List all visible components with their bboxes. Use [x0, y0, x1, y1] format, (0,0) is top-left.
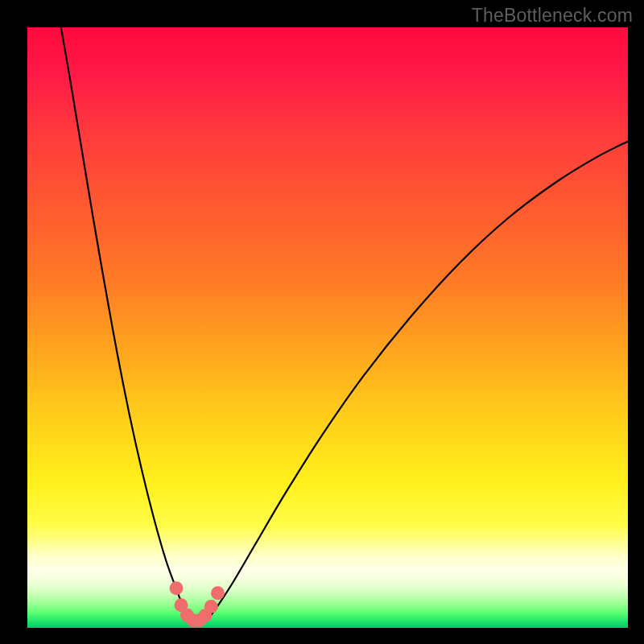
cusp-marker — [170, 581, 184, 595]
watermark-text: TheBottleneck.com — [472, 5, 633, 27]
chart-overlay — [27, 27, 628, 628]
chart-stage: TheBottleneck.com — [0, 0, 644, 644]
curve-left-branch — [61, 27, 192, 621]
plot-area — [27, 27, 628, 628]
cusp-marker — [211, 586, 225, 600]
cusp-marker — [204, 600, 218, 613]
cusp-marker-group — [170, 581, 225, 627]
curve-right-branch — [207, 142, 628, 621]
